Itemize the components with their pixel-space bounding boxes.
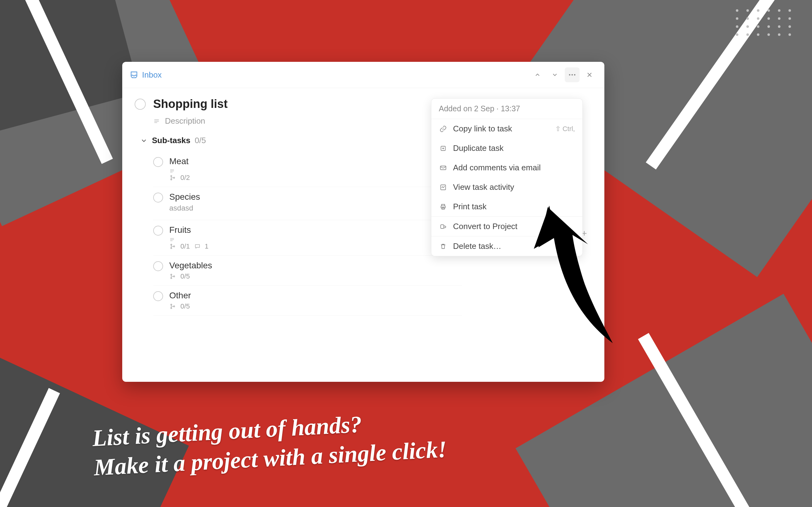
svg-point-23 [173, 306, 175, 307]
menu-shortcut: ⇧ Ctrl, [555, 125, 575, 133]
prev-task-button[interactable] [530, 67, 545, 82]
svg-point-20 [173, 276, 175, 277]
activity-icon [439, 183, 448, 192]
task-detail-window: Inbox Shopping list [122, 62, 604, 382]
svg-point-1 [571, 74, 573, 76]
inbox-icon [130, 70, 138, 79]
menu-add-comments-email[interactable]: Add comments via email [432, 158, 582, 177]
task-context-menu: Added on 2 Sep · 13:37 Copy link to task… [431, 98, 583, 256]
inbox-label[interactable]: Inbox [142, 70, 162, 80]
svg-point-15 [171, 244, 172, 245]
svg-point-0 [569, 74, 571, 76]
subtask-meta: 0/5 [169, 302, 462, 311]
menu-view-activity[interactable]: View task activity [432, 177, 582, 197]
menu-convert-project[interactable]: Convert to Project [432, 217, 582, 236]
more-options-button[interactable] [565, 67, 579, 82]
subtask-item[interactable]: Meat0/2 [153, 152, 462, 187]
subtask-subcount: 0/1 [181, 242, 190, 250]
svg-point-9 [171, 176, 172, 177]
description-icon [169, 237, 462, 242]
subtasks-label: Sub-tasks [152, 136, 190, 145]
subtask-title: Species [169, 192, 462, 202]
subtask-checkbox[interactable] [153, 157, 163, 167]
subtask-checkbox[interactable] [153, 291, 163, 301]
menu-print[interactable]: Print task [432, 197, 582, 216]
menu-duplicate[interactable]: Duplicate task [432, 138, 582, 158]
description-icon [153, 118, 160, 125]
subtask-subcount: 0/5 [181, 302, 190, 311]
close-button[interactable] [582, 67, 597, 82]
task-complete-checkbox[interactable] [135, 99, 146, 110]
mail-icon [439, 164, 448, 172]
menu-added-text: Added on 2 Sep · 13:37 [432, 99, 582, 119]
menu-copy-link[interactable]: Copy link to task ⇧ Ctrl, [432, 119, 582, 138]
subtask-meta: 0/5 [169, 272, 462, 280]
window-header: Inbox [122, 62, 604, 88]
convert-icon [439, 222, 448, 231]
svg-point-22 [171, 307, 172, 309]
task-title[interactable]: Shopping list [153, 97, 228, 111]
svg-point-19 [171, 278, 172, 279]
svg-rect-31 [441, 225, 444, 228]
subtask-meta: 0/2 [169, 174, 462, 182]
duplicate-icon [439, 144, 448, 153]
subtask-title: Fruits [169, 225, 462, 235]
print-icon [439, 203, 448, 211]
svg-point-17 [173, 246, 175, 247]
branch-icon [169, 303, 176, 310]
svg-point-10 [171, 179, 172, 180]
subtask-list: Meat0/2SpeciesasdasdFruits0/11Vegetables… [135, 152, 462, 316]
subtask-item[interactable]: Speciesasdasd [153, 187, 462, 220]
link-icon [439, 125, 448, 133]
comment-count: 1 [205, 242, 209, 250]
subtask-meta: 0/11 [169, 242, 462, 250]
svg-point-18 [171, 274, 172, 275]
trash-icon [439, 242, 448, 251]
subtask-item[interactable]: Vegetables0/5 [153, 256, 462, 286]
comment-icon [194, 243, 201, 249]
description-placeholder: Description [165, 116, 205, 126]
svg-point-16 [171, 247, 172, 249]
subtask-checkbox[interactable] [153, 261, 163, 271]
subtask-item[interactable]: Other0/5 [153, 286, 462, 316]
svg-point-2 [574, 74, 575, 76]
branch-icon [169, 243, 176, 250]
subtask-note: asdasd [169, 204, 462, 212]
subtask-checkbox[interactable] [153, 192, 163, 203]
subtask-title: Other [169, 291, 462, 300]
subtask-checkbox[interactable] [153, 226, 163, 236]
svg-point-11 [173, 177, 175, 178]
subtask-title: Vegetables [169, 261, 462, 271]
subtasks-count: 0/5 [195, 136, 206, 145]
description-icon [169, 168, 462, 174]
chevron-down-icon[interactable] [140, 137, 148, 145]
subtask-subcount: 0/2 [181, 174, 190, 182]
branch-icon [169, 174, 176, 181]
next-task-button[interactable] [547, 67, 562, 82]
dot-grid-decor [736, 9, 794, 36]
svg-rect-29 [441, 206, 445, 208]
task-description[interactable]: Description [153, 116, 462, 126]
subtask-item[interactable]: Fruits0/11 [153, 220, 462, 256]
menu-delete[interactable]: Delete task… [432, 236, 582, 256]
branch-icon [169, 273, 176, 280]
svg-rect-30 [442, 208, 444, 209]
subtask-subcount: 0/5 [181, 272, 190, 280]
subtask-title: Meat [169, 157, 462, 166]
svg-point-21 [171, 304, 172, 305]
